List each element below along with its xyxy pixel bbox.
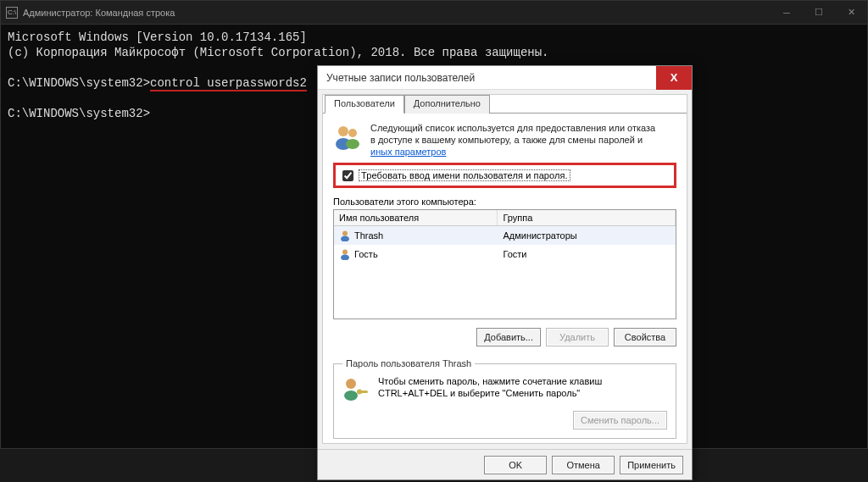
dialog-title: Учетные записи пользователей <box>326 72 475 84</box>
require-password-checkbox[interactable] <box>342 170 353 181</box>
change-password-button: Сменить пароль... <box>573 411 667 429</box>
svg-point-8 <box>346 379 356 389</box>
users-list[interactable]: Имя пользователя Группа Thrash Администр… <box>333 209 676 319</box>
cancel-button[interactable]: Отмена <box>552 456 615 474</box>
dialog-titlebar: Учетные записи пользователей X <box>318 66 692 90</box>
require-password-highlight: Требовать ввод имени пользователя и паро… <box>333 163 676 188</box>
tab-panel-users: Следующий список используется для предос… <box>323 113 687 442</box>
svg-point-5 <box>341 236 349 242</box>
tab-users[interactable]: Пользователи <box>325 95 404 114</box>
window-system-buttons: ─ ☐ ✕ <box>771 2 867 24</box>
other-settings-link[interactable]: иных параметров <box>370 147 446 157</box>
svg-point-3 <box>346 139 359 149</box>
dialog-footer: OK Отмена Применить <box>318 449 692 479</box>
dialog-close-button[interactable]: X <box>656 66 692 90</box>
description-text: Следующий список используется для предос… <box>370 122 655 158</box>
password-group-legend: Пароль пользователя Thrash <box>342 358 475 368</box>
column-user[interactable]: Имя пользователя <box>334 210 498 225</box>
minimize-button[interactable]: ─ <box>771 2 803 24</box>
user-accounts-dialog: Учетные записи пользователей X Пользоват… <box>317 65 693 480</box>
ok-button[interactable]: OK <box>484 456 547 474</box>
users-list-label: Пользователи этого компьютера: <box>333 197 676 207</box>
svg-point-4 <box>342 231 348 236</box>
tab-strip: Пользователи Дополнительно <box>325 94 687 113</box>
list-row[interactable]: Гость Гости <box>334 245 676 263</box>
dialog-body: Пользователи Дополнительно Следующий спи… <box>322 94 687 444</box>
key-icon <box>342 375 370 402</box>
user-icon <box>339 248 351 260</box>
close-button[interactable]: ✕ <box>835 2 867 24</box>
maximize-button[interactable]: ☐ <box>803 2 835 24</box>
users-icon <box>333 122 362 151</box>
cmd-title: Администратор: Командная строка <box>23 8 175 18</box>
svg-point-9 <box>344 391 358 401</box>
column-group[interactable]: Группа <box>498 210 676 225</box>
tab-advanced[interactable]: Дополнительно <box>404 95 490 114</box>
svg-point-0 <box>338 126 348 136</box>
require-password-label: Требовать ввод имени пользователя и паро… <box>359 169 570 181</box>
cmd-icon: C:\ <box>6 7 18 19</box>
add-button[interactable]: Добавить... <box>476 328 541 346</box>
user-icon <box>339 230 351 241</box>
list-row[interactable]: Thrash Администраторы <box>334 226 676 245</box>
svg-point-7 <box>341 255 349 261</box>
cmd-titlebar: C:\ Администратор: Командная строка ─ ☐ … <box>1 1 867 25</box>
typed-command: control userpasswords2 <box>150 76 307 91</box>
properties-button[interactable]: Свойства <box>614 328 676 346</box>
list-header: Имя пользователя Группа <box>334 210 676 226</box>
svg-point-11 <box>357 390 362 395</box>
svg-point-6 <box>342 250 348 255</box>
password-instructions: Чтобы сменить пароль, нажмите сочетание … <box>378 375 602 399</box>
password-groupbox: Пароль пользователя Thrash Чтобы сменить… <box>333 358 676 439</box>
apply-button[interactable]: Применить <box>620 456 683 474</box>
svg-point-2 <box>348 129 357 137</box>
delete-button: Удалить <box>546 328 609 346</box>
